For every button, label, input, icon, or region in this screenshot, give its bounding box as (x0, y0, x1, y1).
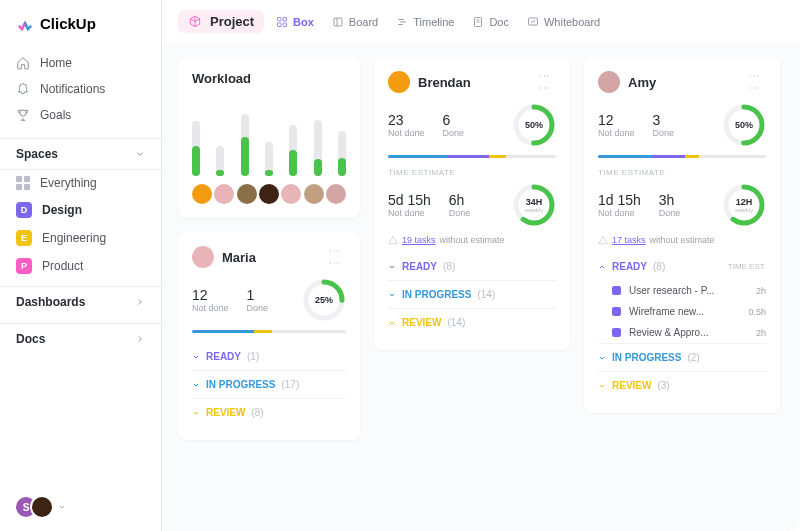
workload-card: Workload (178, 57, 360, 218)
task-status-icon (612, 328, 621, 337)
avatar[interactable] (598, 71, 620, 93)
progress-bar (388, 155, 556, 158)
board-icon (332, 16, 344, 28)
avatar[interactable] (388, 71, 410, 93)
status-group-inprog[interactable]: IN PROGRESS(14) (388, 280, 556, 308)
cube-icon (188, 15, 202, 29)
clickup-icon (16, 14, 34, 32)
chevron-down-icon (135, 149, 145, 159)
estimate-warning: 17 tasks without estimate (598, 235, 766, 245)
space-item-design[interactable]: DDesign (0, 196, 161, 224)
chevron-down-icon (192, 353, 200, 361)
chevron-up-icon (598, 263, 606, 271)
avatar[interactable] (214, 184, 234, 204)
task-row[interactable]: Review & Appro...2h (598, 322, 766, 343)
card-menu[interactable]: ⋮⋮ (749, 70, 760, 94)
progress-donut: 34Hweekly (512, 183, 556, 227)
avatar[interactable] (192, 184, 212, 204)
timeline-icon (396, 16, 408, 28)
svg-rect-3 (283, 23, 287, 27)
time-estimate-label: TIME ESTIMATE (388, 168, 556, 177)
workload-title: Workload (192, 71, 346, 86)
view-tab-timeline[interactable]: Timeline (388, 12, 462, 32)
project-selector[interactable]: Project (178, 10, 264, 33)
person-name: Maria (222, 250, 314, 265)
avatar[interactable] (192, 246, 214, 268)
progress-donut: 50% (722, 103, 766, 147)
brand-logo[interactable]: ClickUp (0, 0, 161, 46)
avatar[interactable] (304, 184, 324, 204)
main: Project BoxBoardTimelineDocWhiteboard Wo… (162, 0, 800, 531)
card-menu[interactable]: ⋮⋮ (329, 245, 340, 269)
progress-bar (192, 330, 346, 333)
task-status-icon (612, 286, 621, 295)
status-group-inprog[interactable]: IN PROGRESS(2) (598, 343, 766, 371)
view-tab-whiteboard[interactable]: Whiteboard (519, 12, 608, 32)
time-estimate-label: TIME ESTIMATE (598, 168, 766, 177)
spaces-header[interactable]: Spaces (0, 138, 161, 170)
status-group-inprog[interactable]: IN PROGRESS(17) (192, 370, 346, 398)
warning-icon (388, 235, 398, 245)
view-tab-board[interactable]: Board (324, 12, 386, 32)
not-done-count: 23 (388, 112, 425, 128)
user-switcher[interactable]: S (14, 495, 66, 519)
docs-header[interactable]: Docs (0, 323, 161, 354)
content: Workload Maria⋮⋮12Not done1Done25%READY(… (162, 43, 800, 531)
task-row[interactable]: User research - P...2h (598, 280, 766, 301)
done-count: 6 (443, 112, 465, 128)
avatar[interactable] (281, 184, 301, 204)
sidebar: ClickUp Home Notifications Goals Spaces … (0, 0, 162, 531)
space-item-product[interactable]: PProduct (0, 252, 161, 280)
progress-donut: 25% (302, 278, 346, 322)
primary-nav: Home Notifications Goals (0, 46, 161, 132)
space-badge: E (16, 230, 32, 246)
chevron-down-icon (388, 319, 396, 327)
avatar[interactable] (237, 184, 257, 204)
person-card-amy: Amy⋮⋮12Not done3Done50%TIME ESTIMATE1d 1… (584, 57, 780, 413)
space-badge: D (16, 202, 32, 218)
space-everything[interactable]: Everything (0, 170, 161, 196)
status-group-review[interactable]: REVIEW(8) (192, 398, 346, 426)
progress-donut: 12Hweekly (722, 183, 766, 227)
view-tab-doc[interactable]: Doc (464, 12, 517, 32)
status-group-ready[interactable]: READY(1) (192, 343, 346, 370)
nav-home[interactable]: Home (0, 50, 161, 76)
warning-link[interactable]: 17 tasks (612, 235, 646, 245)
svg-rect-2 (278, 23, 282, 27)
avatar[interactable] (259, 184, 279, 204)
status-group-review[interactable]: REVIEW(14) (388, 308, 556, 336)
doc-icon (472, 16, 484, 28)
chevron-right-icon (135, 297, 145, 307)
done-count: 3 (653, 112, 675, 128)
chevron-down-icon (388, 263, 396, 271)
task-row[interactable]: Wireframe new...0.5h (598, 301, 766, 322)
status-group-review[interactable]: REVIEW(3) (598, 371, 766, 399)
space-item-engineering[interactable]: EEngineering (0, 224, 161, 252)
home-icon (16, 56, 30, 70)
svg-rect-1 (283, 17, 287, 21)
grid-icon (16, 176, 30, 190)
chevron-down-icon (58, 503, 66, 511)
status-group-ready[interactable]: READY(8) (388, 253, 556, 280)
card-menu[interactable]: ⋮⋮ (539, 70, 550, 94)
nav-notifications[interactable]: Notifications (0, 76, 161, 102)
nav-goals[interactable]: Goals (0, 102, 161, 128)
done-count: 1 (247, 287, 269, 303)
dashboards-header[interactable]: Dashboards (0, 286, 161, 317)
workload-avatars (192, 184, 346, 204)
person-card-brendan: Brendan⋮⋮23Not done6Done50%TIME ESTIMATE… (374, 57, 570, 350)
view-tab-box[interactable]: Box (268, 12, 322, 32)
warning-link[interactable]: 19 tasks (402, 235, 436, 245)
chevron-down-icon (192, 409, 200, 417)
chevron-down-icon (598, 382, 606, 390)
workload-bar (241, 114, 249, 176)
estimate-warning: 19 tasks without estimate (388, 235, 556, 245)
workload-bar (216, 146, 224, 176)
chevron-down-icon (598, 354, 606, 362)
box-icon (276, 16, 288, 28)
svg-rect-0 (278, 17, 282, 21)
avatar[interactable] (326, 184, 346, 204)
status-group-ready[interactable]: READY(8)TIME EST. (598, 253, 766, 280)
svg-rect-4 (334, 18, 342, 26)
workload-bars (192, 98, 346, 176)
